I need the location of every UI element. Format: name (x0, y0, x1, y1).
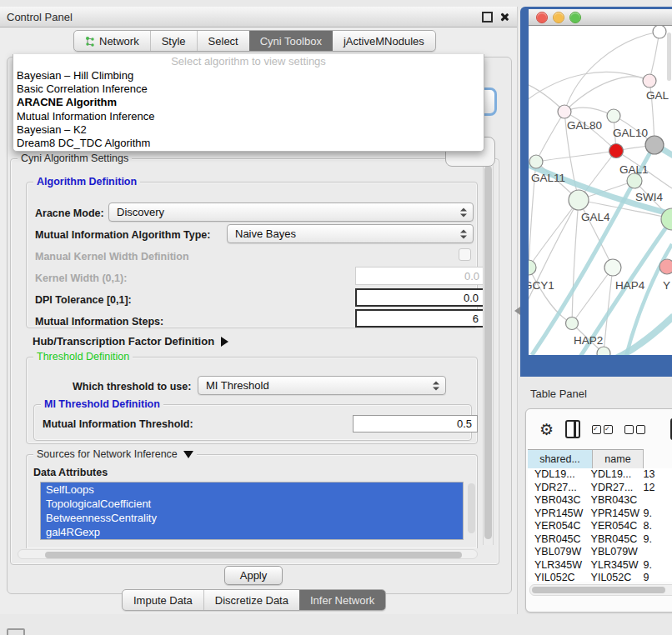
attribute-list-scrollbar[interactable] (468, 483, 475, 533)
network-edge[interactable] (605, 316, 672, 355)
bottom-tab[interactable]: Impute Data (123, 590, 203, 610)
network-edge[interactable] (649, 32, 659, 81)
network-node-gal1[interactable] (609, 144, 624, 158)
bottom-tab[interactable]: Infer Network (299, 590, 385, 610)
manual-kernel-checkbox[interactable] (459, 248, 471, 261)
network-edge[interactable] (536, 112, 564, 162)
table-row[interactable]: YBR043C YBR043C (528, 494, 672, 508)
network-node-label: Y (663, 279, 670, 292)
control-panel-tab[interactable]: Cyni Toolbox (249, 31, 333, 51)
network-edge[interactable] (529, 268, 572, 323)
mi-steps-input[interactable]: 6 (355, 309, 485, 328)
aracne-mode-select[interactable]: Discovery (108, 202, 474, 222)
table-row[interactable]: YDR27... YDR27... 12 (528, 482, 672, 495)
expand-arrow-icon[interactable] (221, 337, 228, 347)
attribute-list-item[interactable]: SelfLoops (41, 482, 463, 497)
network-node-salmon-node[interactable] (659, 259, 672, 274)
table-cell-name: YDR27... (586, 482, 641, 495)
hub-definition-section[interactable]: Hub/Transcription Factor Definition (33, 335, 228, 348)
sources-group-title-row[interactable]: Sources for Network Inference (33, 448, 197, 460)
network-window-titlebar[interactable] (529, 9, 672, 26)
select-all-columns-icon[interactable] (592, 425, 613, 434)
network-node-hap2[interactable] (566, 318, 579, 330)
threshold-definition-title: Threshold Definition (33, 351, 133, 362)
algorithm-list-item[interactable]: ARACNE Algorithm (13, 96, 484, 109)
traffic-light-close-icon[interactable] (536, 12, 548, 23)
which-threshold-select[interactable]: MI Threshold (198, 376, 446, 395)
network-node-gray-node[interactable] (645, 136, 664, 154)
network-edge[interactable] (536, 151, 616, 162)
table-row[interactable]: YDL19... YDL19... 13 (528, 468, 672, 482)
apply-button[interactable]: Apply (224, 566, 283, 585)
table-row[interactable]: YPR145W YPR145W 9. (528, 508, 672, 521)
network-canvas[interactable]: GALGAL80GAL10GAL1GAL11SWI4GAL4GCY1HAP4YH… (529, 26, 672, 355)
settings-vertical-scrollbar[interactable] (483, 163, 494, 545)
algorithm-list-item[interactable]: Bayesian – Hill Climbing (13, 69, 484, 82)
settings-horizontal-scrollbar[interactable] (18, 549, 478, 559)
attribute-list-item[interactable]: gal4RGexp (41, 525, 463, 539)
dpi-tolerance-input[interactable]: 0.0 (355, 288, 485, 307)
control-panel-tab[interactable]: Network (74, 31, 150, 51)
table-column-header[interactable] (643, 450, 644, 468)
network-node-node-top[interactable] (653, 26, 666, 38)
table-row[interactable]: YER054C YER054C 8. (528, 520, 672, 533)
network-edge[interactable] (572, 200, 579, 323)
collapse-arrow-icon[interactable] (183, 451, 193, 458)
network-node-hap4[interactable] (604, 259, 621, 276)
table-column-header[interactable]: name (593, 450, 643, 468)
network-node-gal4[interactable] (569, 190, 589, 210)
data-attributes-list: SelfLoops TopologicalCoefficient Between… (40, 482, 464, 540)
network-node-gcy1[interactable] (529, 260, 536, 275)
network-edge[interactable] (529, 162, 672, 214)
deselect-all-columns-icon[interactable] (624, 425, 645, 434)
kernel-width-input[interactable]: 0.0 (355, 267, 485, 285)
network-edge[interactable] (529, 200, 579, 268)
dpi-tolerance-label: DPI Tolerance [0,1]: (35, 294, 132, 306)
table-cell-name: YIL052C (586, 572, 641, 582)
network-scrollbar-fragment[interactable] (667, 32, 671, 81)
table-cell-shared-name: YIL052C (528, 572, 586, 582)
table-cell-shared-name: YPR145W (528, 508, 586, 521)
table-header-row: shared... name (528, 449, 644, 469)
mi-threshold-input[interactable]: 0.5 (353, 415, 478, 432)
network-node-gal10[interactable] (607, 109, 620, 122)
algorithm-list-item[interactable]: Basic Correlation Inference (13, 82, 484, 96)
table-column-header[interactable]: shared... (528, 450, 593, 468)
float-panel-icon[interactable] (482, 12, 493, 22)
table-cell-name: YBR045C (586, 533, 641, 547)
attribute-list-item[interactable]: TopologicalCoefficient (41, 497, 463, 511)
algorithm-list-item[interactable]: Mutual Information Inference (13, 110, 484, 123)
table-row[interactable]: YIL052C YIL052C 9 (528, 572, 672, 582)
network-edge[interactable] (564, 77, 649, 112)
panel-splitter-collapse-icon[interactable] (514, 307, 520, 315)
close-panel-icon[interactable] (499, 12, 509, 22)
table-row[interactable]: YBL079W YBL079W (528, 546, 672, 559)
control-panel-tab[interactable]: jActiveMNodules (333, 31, 435, 51)
table-cell-value: 12 (641, 482, 672, 495)
network-node-gal11[interactable] (529, 155, 543, 168)
network-node-gal-pink[interactable] (643, 74, 656, 88)
minimized-panel-icon[interactable] (7, 628, 25, 635)
data-attributes-label: Data Attributes (33, 467, 108, 478)
traffic-light-minimize-icon[interactable] (553, 12, 564, 23)
control-panel-tab[interactable]: Style (150, 31, 197, 51)
network-node-label: HAP2 (574, 334, 603, 347)
table-row[interactable]: YBR045C YBR045C 9. (528, 533, 672, 547)
network-node-node-bottom[interactable] (597, 347, 610, 355)
control-panel-tab[interactable]: Select (197, 31, 249, 51)
algorithm-list-item[interactable]: Bayesian – K2 (13, 123, 484, 137)
mi-algorithm-type-select[interactable]: Naive Bayes (227, 224, 474, 243)
table-row[interactable]: YLR345W YLR345W 9. (528, 559, 672, 572)
algorithm-list-item[interactable]: Dream8 DC_TDC Algorithm (13, 137, 484, 150)
bottom-tab[interactable]: Discretize Data (203, 590, 299, 610)
table-horizontal-scrollbar[interactable] (529, 584, 672, 596)
split-columns-icon[interactable] (565, 420, 579, 438)
traffic-light-zoom-icon[interactable] (569, 12, 581, 23)
network-edge[interactable] (564, 108, 614, 116)
network-node-gal80[interactable] (558, 105, 571, 118)
control-panel-titlebar[interactable]: Control Panel (0, 7, 517, 28)
attribute-list-item[interactable]: BetweennessCentrality (41, 511, 463, 525)
table-cell-name: YLR345W (586, 559, 641, 572)
algorithm-dropdown-popup: Select algorithm to view settings Bayesi… (13, 54, 484, 152)
gear-icon[interactable]: ⚙ (539, 422, 554, 438)
